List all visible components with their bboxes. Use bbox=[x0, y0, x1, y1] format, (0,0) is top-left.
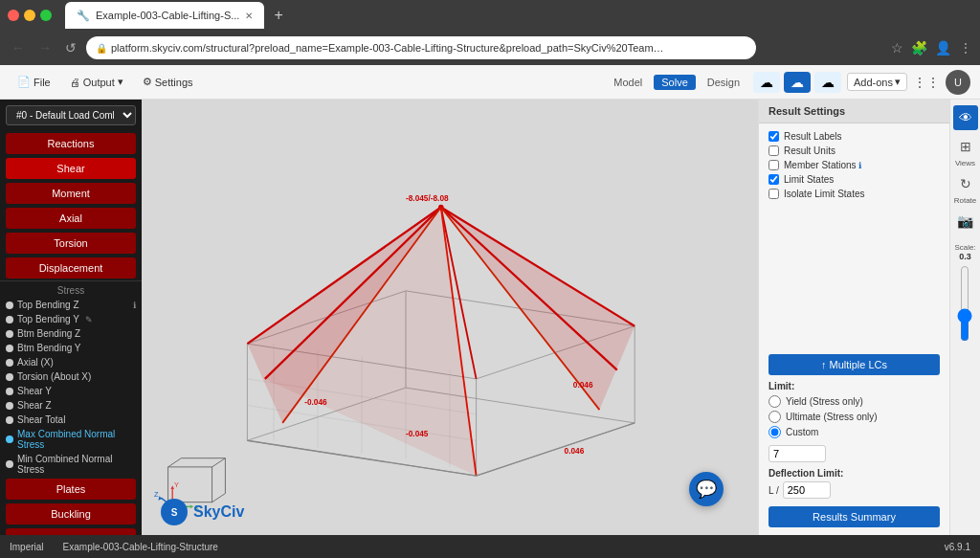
scale-label: Scale: bbox=[954, 243, 975, 252]
displacement-button[interactable]: Displacement bbox=[6, 257, 136, 279]
results-summary-button[interactable]: Results Summary bbox=[768, 506, 940, 527]
cloud-design-icon[interactable]: ☁ bbox=[814, 72, 841, 93]
stress-dot bbox=[6, 402, 13, 410]
stress-item-min-combined[interactable]: Min Combined Normal Stress bbox=[0, 452, 142, 477]
buckling-button[interactable]: Buckling bbox=[6, 503, 136, 525]
chat-bubble-button[interactable]: 💬 bbox=[689, 472, 724, 506]
limit-states-label: Limit States bbox=[784, 174, 834, 185]
limit-states-checkbox[interactable] bbox=[768, 174, 779, 185]
stress-item-btm-bending-y[interactable]: Btm Bending Y bbox=[0, 341, 142, 355]
stress-item-btm-bending-z[interactable]: Btm Bending Z bbox=[0, 326, 142, 341]
scale-slider[interactable] bbox=[957, 265, 972, 342]
stress-label: Min Combined Normal Stress bbox=[17, 454, 136, 475]
result-labels-checkbox[interactable] bbox=[768, 131, 779, 142]
browser-chrome: 🔧 Example-003-Cable-Lifting-S... ✕ + bbox=[0, 0, 980, 31]
load-combo-select[interactable]: #0 - Default Load Combo bbox=[6, 105, 136, 125]
custom-row: Custom bbox=[768, 426, 940, 438]
isolate-limit-states-checkbox[interactable] bbox=[768, 189, 779, 199]
stress-label: Shear Y bbox=[17, 386, 52, 396]
grid-apps-icon[interactable]: ⋮⋮ bbox=[913, 75, 940, 90]
custom-radio[interactable] bbox=[768, 426, 781, 438]
moment-button[interactable]: Moment bbox=[6, 183, 136, 204]
stress-item-shear-y[interactable]: Shear Y bbox=[0, 384, 142, 398]
stress-item-shear-total[interactable]: Shear Total bbox=[0, 413, 142, 427]
nav-forward-button[interactable]: → bbox=[34, 38, 56, 57]
yield-radio[interactable] bbox=[768, 395, 781, 408]
stress-dot bbox=[6, 330, 13, 338]
axial-button[interactable]: Axial bbox=[6, 208, 136, 229]
torsion-button[interactable]: Torsion bbox=[6, 233, 136, 254]
views-label: Views bbox=[955, 159, 975, 167]
custom-value-input[interactable] bbox=[768, 445, 826, 462]
output-menu-button[interactable]: 🖨 Output ▾ bbox=[62, 73, 131, 91]
limit-label: Limit: bbox=[768, 381, 940, 391]
menu-icon[interactable]: ⋮ bbox=[959, 40, 972, 56]
stress-item-shear-z[interactable]: Shear Z bbox=[0, 398, 142, 413]
dynamic-frequency-button[interactable]: Dynamic Frequency bbox=[6, 528, 136, 535]
stress-item-top-bending-z[interactable]: Top Bending Z ℹ bbox=[0, 298, 142, 312]
extensions-icon[interactable]: 🧩 bbox=[911, 40, 927, 56]
shear-button[interactable]: Shear bbox=[6, 158, 136, 179]
star-icon[interactable]: ☆ bbox=[891, 40, 903, 56]
address-bar[interactable]: 🔒 platform.skyciv.com/structural?preload… bbox=[86, 36, 756, 59]
camera-button[interactable]: 📷 bbox=[953, 209, 978, 234]
tab-close-button[interactable]: ✕ bbox=[245, 11, 253, 21]
stress-label: Shear Total bbox=[17, 414, 65, 425]
stress-dot bbox=[6, 373, 13, 381]
ultimate-radio[interactable] bbox=[768, 411, 781, 423]
profile-icon[interactable]: 👤 bbox=[935, 40, 951, 56]
scale-value: 0.3 bbox=[959, 252, 971, 261]
close-dot[interactable] bbox=[8, 10, 19, 21]
ultimate-label: Ultimate (Stress only) bbox=[786, 412, 878, 422]
status-version: v6.9.1 bbox=[945, 542, 970, 552]
stress-item-axial-x[interactable]: Axial (X) bbox=[0, 355, 142, 369]
model-tab[interactable]: Model bbox=[606, 75, 650, 90]
stress-dot bbox=[6, 435, 13, 443]
multiple-lcs-button[interactable]: ↑ Multiple LCs bbox=[768, 354, 940, 375]
minimize-dot[interactable] bbox=[24, 10, 35, 21]
views-button[interactable]: ⊞ bbox=[953, 134, 978, 159]
nav-back-button[interactable]: ← bbox=[8, 38, 29, 57]
browser-tab[interactable]: 🔧 Example-003-Cable-Lifting-S... ✕ bbox=[65, 2, 264, 29]
stress-item-max-combined[interactable]: Max Combined Normal Stress bbox=[0, 427, 142, 452]
skyciv-logo-icon: S bbox=[161, 499, 188, 525]
deflection-value-input[interactable] bbox=[783, 481, 831, 499]
svg-text:0.046: 0.046 bbox=[573, 381, 593, 390]
reactions-button[interactable]: Reactions bbox=[6, 133, 136, 154]
cloud-model-icon[interactable]: ☁ bbox=[753, 72, 780, 93]
svg-text:Y: Y bbox=[174, 480, 179, 489]
addons-button[interactable]: Add-ons ▾ bbox=[847, 73, 907, 91]
maximize-dot[interactable] bbox=[40, 10, 52, 21]
user-avatar[interactable]: U bbox=[946, 70, 970, 95]
member-stations-label: Member Stations ℹ bbox=[784, 160, 861, 170]
solve-tab[interactable]: Solve bbox=[654, 75, 696, 90]
imperial-label: Imperial bbox=[10, 542, 44, 552]
nav-refresh-button[interactable]: ↺ bbox=[61, 38, 80, 57]
stress-item-torsion-about-x[interactable]: Torsion (About X) bbox=[0, 369, 142, 384]
result-settings-body: Result Labels Result Units Member Statio… bbox=[759, 123, 949, 348]
deflection-prefix: L / bbox=[768, 485, 779, 496]
rotate-button[interactable]: ↻ bbox=[953, 171, 978, 196]
file-menu-button[interactable]: 📄 File bbox=[10, 73, 58, 91]
result-units-checkbox[interactable] bbox=[768, 145, 779, 156]
member-stations-checkbox[interactable] bbox=[768, 160, 779, 170]
cloud-solve-icon[interactable]: ☁ bbox=[784, 72, 811, 93]
plates-button[interactable]: Plates bbox=[6, 479, 136, 500]
stress-label: Shear Z bbox=[17, 400, 52, 411]
stress-item-top-bending-y[interactable]: Top Bending Y ✎ bbox=[0, 312, 142, 326]
eye-icon-button[interactable]: 👁 bbox=[953, 105, 978, 130]
addons-chevron-icon: ▾ bbox=[895, 76, 901, 88]
tab-title: Example-003-Cable-Lifting-S... bbox=[96, 10, 239, 21]
canvas-area[interactable]: LC: Default Load Combo ⬆ Max: -8.045 ksi… bbox=[142, 100, 758, 535]
deflection-limit-label: Deflection Limit: bbox=[768, 468, 940, 479]
yield-row: Yield (Stress only) bbox=[768, 395, 940, 408]
version-label: v6.9.1 bbox=[945, 542, 970, 552]
viewport-svg: -8.045/-8.08 -0.046 0.046 -0.045 0.046 bbox=[142, 100, 758, 535]
new-tab-button[interactable]: + bbox=[274, 7, 282, 24]
limit-states-row: Limit States bbox=[768, 174, 940, 185]
main-layout: #0 - Default Load Combo Reactions Shear … bbox=[0, 100, 980, 535]
address-bar-row: ← → ↺ 🔒 platform.skyciv.com/structural?p… bbox=[0, 31, 980, 65]
stress-label: Torsion (About X) bbox=[17, 371, 91, 382]
settings-button[interactable]: ⚙ Settings bbox=[135, 73, 201, 91]
design-tab[interactable]: Design bbox=[700, 75, 747, 90]
